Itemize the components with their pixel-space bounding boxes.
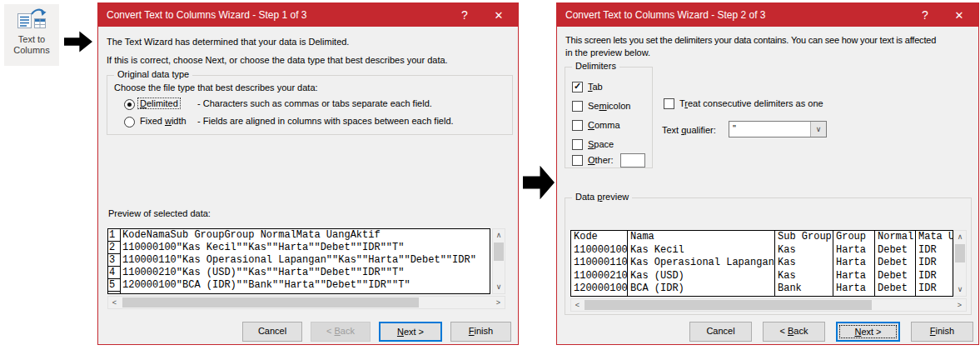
table-cell: 110000110	[571, 257, 628, 270]
table-cell: Debet	[875, 244, 916, 258]
text-qualifier-combobox[interactable]: " ∨	[729, 121, 827, 138]
text-to-columns-button[interactable]: Text to Columns	[4, 4, 59, 66]
help-button[interactable]: ?	[910, 8, 940, 22]
table-cell: Harta	[833, 282, 875, 296]
cancel-button[interactable]: Cancel	[242, 322, 302, 342]
data-preview-table: Kode Nama Sub Group Group Normal Mata U …	[570, 230, 953, 297]
cancel-button[interactable]: Cancel	[689, 322, 752, 342]
dialog-step2: Convert Text to Columns Wizard - Step 2 …	[556, 2, 979, 345]
scroll-thumb[interactable]	[585, 300, 872, 310]
ribbon-label-line2: Columns	[4, 45, 59, 56]
checkbox-other-label[interactable]: Other:	[588, 155, 614, 165]
table-cell: Debet	[875, 282, 916, 296]
table-cell: Debet	[875, 270, 916, 283]
preview-row	[108, 292, 490, 294]
table-cell: 110000100	[571, 244, 628, 258]
help-button[interactable]: ?	[450, 8, 480, 22]
line-number: 3	[108, 254, 121, 267]
preview-box: 1 KodeNamaSub GroupGroup NormalMata Uang…	[107, 228, 490, 294]
column-header: Nama	[628, 231, 775, 244]
checkbox-semicolon-label[interactable]: Semicolon	[588, 101, 630, 111]
intro-text-2: in the preview below.	[565, 48, 650, 58]
radio-delimited[interactable]	[124, 99, 135, 110]
next-button[interactable]: Next >	[836, 322, 900, 342]
finish-button[interactable]: Finish	[450, 322, 511, 342]
table-cell: Debet	[875, 257, 916, 270]
checkbox-tab[interactable]: ✓	[572, 82, 583, 92]
checkbox-treat-consecutive[interactable]	[664, 98, 674, 109]
delimiters-group: Delimiters ✓ Tab Semicolon Comma Space O…	[565, 67, 653, 168]
delimited-radio-row: Delimited - Characters such as commas or…	[107, 98, 512, 112]
intro-text-1: This screen lets you set the delimiters …	[565, 35, 936, 45]
scroll-down-button[interactable]: ∨	[954, 283, 966, 296]
line-number	[108, 292, 121, 294]
back-button[interactable]: < Back	[763, 322, 825, 342]
vertical-scrollbar[interactable]: ∧ ∨	[492, 228, 505, 294]
preview-text	[121, 292, 490, 294]
scroll-thumb[interactable]	[955, 244, 965, 262]
close-icon[interactable]: ✕	[947, 9, 972, 22]
table-cell: Harta	[833, 257, 875, 270]
preview-text: 110000100"Kas Kecil""Kas""Harta""Debet""…	[121, 242, 490, 254]
scroll-thumb[interactable]	[122, 298, 419, 308]
back-button: < Back	[311, 322, 371, 342]
line-number: 2	[108, 242, 121, 254]
dialog-step1: Convert Text to Columns Wizard - Step 1 …	[97, 2, 519, 345]
radio-fixed-width[interactable]	[124, 117, 135, 128]
scroll-down-button[interactable]: ∨	[493, 281, 505, 293]
scroll-left-button[interactable]: <	[571, 299, 584, 311]
original-data-type-group: Original data type Choose the file type …	[107, 75, 513, 135]
horizontal-scrollbar[interactable]: < >	[570, 298, 967, 312]
checkbox-tab-label[interactable]: Tab	[588, 82, 603, 92]
column-header: Normal	[875, 231, 916, 244]
scroll-right-button[interactable]: >	[953, 299, 966, 311]
line-number: 1	[108, 229, 121, 242]
finish-button[interactable]: Finish	[911, 322, 973, 342]
dialog-title: Convert Text to Columns Wizard - Step 2 …	[565, 9, 910, 21]
table-row: 110000110 Kas Operasional Lapangan Kas H…	[571, 257, 953, 270]
checkbox-space[interactable]	[572, 139, 583, 150]
radio-delimited-label[interactable]: Delimited	[138, 98, 180, 108]
checkbox-other[interactable]	[572, 155, 583, 166]
treat-consecutive-label[interactable]: Treat consecutive delimiters as one	[679, 98, 823, 108]
checkbox-semicolon[interactable]	[572, 101, 583, 112]
checkbox-comma[interactable]	[572, 120, 583, 131]
radio-fixed-width-label[interactable]: Fixed width	[140, 116, 187, 126]
preview-row: 1 KodeNamaSub GroupGroup NormalMata Uang…	[108, 229, 490, 242]
dropdown-icon[interactable]: ∨	[810, 122, 826, 137]
scroll-left-button[interactable]: <	[108, 297, 121, 308]
preview-row: 2 110000100"Kas Kecil""Kas""Harta""Debet…	[108, 242, 490, 254]
intro-text-1: The Text Wizard has determined that your…	[107, 37, 349, 47]
horizontal-scrollbar[interactable]: < >	[107, 296, 505, 309]
titlebar: Convert Text to Columns Wizard - Step 1 …	[98, 3, 518, 27]
checkbox-space-label[interactable]: Space	[588, 139, 614, 149]
preview-area: 1 KodeNamaSub GroupGroup NormalMata Uang…	[107, 228, 519, 309]
flow-arrow-icon	[523, 165, 555, 200]
button-row: Cancel < Back Next > Finish	[557, 322, 978, 342]
other-input[interactable]	[620, 153, 645, 168]
scroll-up-button[interactable]: ∧	[493, 229, 505, 242]
scroll-thumb[interactable]	[494, 242, 504, 261]
check-icon: ✓	[574, 81, 581, 91]
table-row: 120000100 BCA (IDR) Bank Harta Debet IDR	[571, 282, 953, 296]
close-icon[interactable]: ✕	[486, 9, 511, 22]
table-row: 110000100 Kas Kecil Kas Harta Debet IDR	[571, 244, 953, 258]
vertical-scrollbar[interactable]: ∧ ∨	[953, 230, 967, 297]
column-header: Kode	[571, 231, 628, 244]
next-button[interactable]: Next >	[379, 322, 442, 342]
other-row: Other:	[565, 153, 652, 168]
checkbox-comma-label[interactable]: Comma	[588, 120, 620, 130]
titlebar: Convert Text to Columns Wizard - Step 2 …	[557, 3, 978, 27]
table-cell: Kas	[775, 244, 833, 258]
scroll-up-button[interactable]: ∧	[954, 231, 966, 243]
table-cell: Kas	[775, 257, 833, 270]
table-cell: Harta	[833, 244, 875, 258]
scroll-right-button[interactable]: >	[492, 297, 505, 308]
preview-text: 110000110"Kas Operasional Lapangan""Kas"…	[121, 254, 490, 267]
group-label: Delimiters	[572, 61, 619, 71]
preview-text: KodeNamaSub GroupGroup NormalMata UangAk…	[121, 229, 490, 242]
table-cell: Harta	[833, 270, 875, 283]
table-cell: IDR	[916, 270, 953, 283]
table-cell: 120000100	[571, 282, 628, 296]
table-cell: IDR	[916, 244, 953, 258]
